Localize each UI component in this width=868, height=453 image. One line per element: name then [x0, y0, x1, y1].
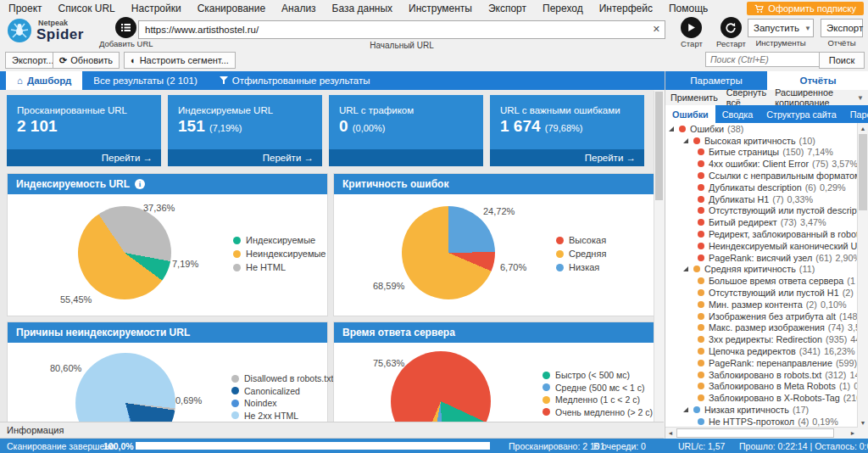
search-input[interactable] — [705, 52, 831, 67]
url-input[interactable] — [138, 20, 665, 39]
error-tree-item[interactable]: Редирект, заблокированный в robots.txt(2… — [665, 228, 858, 240]
apply-button[interactable]: Применить — [670, 92, 718, 103]
expander-icon[interactable] — [669, 126, 674, 131]
severity-dot — [698, 184, 704, 191]
error-tree-item[interactable]: Мин. размер контента(2)0,10% — [665, 299, 858, 310]
scan-state: Сканирование завершено — [7, 441, 114, 451]
menu-item[interactable]: Проект — [8, 3, 42, 14]
error-tree-item[interactable]: Отсутствующий или пустой H1(2)0,10% — [665, 287, 858, 299]
pie-response-time[interactable] — [391, 351, 491, 422]
tab-dashboard[interactable]: ⌂ Дашборд — [6, 71, 82, 90]
scroll-up-icon[interactable]: ▲ — [858, 123, 868, 133]
error-tree-item[interactable]: Отсутствующий или пустой description(5)0… — [665, 205, 858, 217]
subtab-site-structure[interactable]: Структура сайта — [760, 105, 843, 123]
scroll-right-icon[interactable]: ► — [848, 430, 858, 436]
error-tree-item[interactable]: Высокая критичность(10) — [665, 135, 858, 147]
legend-item[interactable]: Быстро (< 500 мс) — [542, 370, 653, 380]
expander-icon[interactable] — [683, 407, 688, 412]
menu-item[interactable]: Интерфейс — [599, 3, 653, 14]
tab-all-results[interactable]: Все результаты (2 101) — [82, 71, 208, 90]
error-tree-item[interactable]: PageRank: висячий узел(61)2,90% — [665, 252, 858, 264]
error-tree-item[interactable]: Дубликаты description(6)0,29% — [665, 182, 858, 193]
error-tree-item[interactable]: Битый редирект(73)3,47% — [665, 216, 858, 228]
error-tree-item[interactable]: Изображения без атрибута alt(148)7,04% — [665, 310, 858, 322]
segment-button[interactable]: ◐Настроить сегмент... — [124, 52, 236, 69]
legend-item[interactable]: Noindex — [231, 398, 333, 408]
severity-dot — [698, 313, 704, 320]
scrollbar-thumb[interactable] — [655, 92, 663, 200]
legend-item[interactable]: Индексируемые — [233, 235, 326, 245]
information-bar[interactable]: Информация — [0, 422, 664, 439]
subtab-errors[interactable]: Ошибки — [665, 105, 715, 123]
pie-indexability[interactable] — [78, 206, 171, 299]
scroll-left-icon[interactable]: ◄ — [665, 430, 676, 436]
error-tree-item[interactable]: Средняя критичность(11) — [665, 264, 858, 276]
error-tree-item[interactable]: Заблокировано в Meta Robots(1)0,05% — [665, 381, 858, 393]
error-tree-item[interactable]: Дубликаты H1(7)0,33% — [665, 193, 858, 205]
pie-error-severity[interactable] — [402, 206, 495, 299]
menu-item[interactable]: Экспорт — [488, 3, 526, 14]
card-go-link[interactable] — [329, 149, 483, 166]
legend-item[interactable]: Медленно (1 с < 2 с) — [542, 394, 653, 405]
dashboard-scrollbar[interactable] — [654, 91, 665, 422]
error-tree-item[interactable]: Не HTTPS-протокол(4)0,19% — [665, 416, 858, 428]
menu-item[interactable]: Настройки — [131, 3, 181, 14]
error-tree-item[interactable]: 4xx ошибки: Client Error(75)3,57% — [665, 158, 858, 170]
tree-vscrollbar[interactable]: ▲ ▼ — [857, 123, 868, 428]
menu-item[interactable]: Список URL — [58, 3, 115, 14]
start-button[interactable]: Старт — [681, 17, 703, 48]
legend-item[interactable]: Низкая — [556, 262, 606, 272]
legend-item[interactable]: Высокая — [556, 235, 606, 245]
error-tree-item[interactable]: Заблокировано в X-Robots-Tag(210)10,00% — [665, 392, 858, 404]
clear-url-icon[interactable]: ✕ — [653, 24, 660, 35]
error-tree-item[interactable]: Низкая критичность(17) — [665, 404, 858, 416]
legend-item[interactable]: Canonicalized — [231, 386, 333, 396]
legend-item[interactable]: Disallowed в robots.txt — [231, 373, 333, 383]
severity-dot — [698, 348, 704, 355]
subtab-summary[interactable]: Сводка — [715, 105, 760, 123]
refresh-button[interactable]: ⟳Обновить — [53, 52, 120, 69]
legend-item[interactable]: Не 2xx HTML — [231, 411, 333, 421]
error-tree-item[interactable]: Неиндексируемый канонический URL(7)0,33% — [665, 240, 858, 252]
legend-item[interactable]: Не HTML — [233, 262, 326, 272]
subscribe-button[interactable]: Оформить подписку — [747, 2, 864, 15]
error-tree-item[interactable]: Ссылки с неправильным форматом URL(2)0,1… — [665, 170, 858, 182]
menu-item[interactable]: Переход — [542, 3, 583, 14]
export-reports-dropdown[interactable]: Экспорт▼ — [821, 19, 863, 37]
scrollbar-thumb[interactable] — [859, 134, 867, 210]
menu-item[interactable]: Сканирование — [198, 3, 265, 14]
pie-nonindexable-reasons[interactable] — [75, 353, 175, 422]
tree-hscrollbar[interactable]: ◄ ► — [665, 427, 858, 439]
card-go-link[interactable]: Перейти → — [168, 149, 322, 166]
legend-item[interactable]: Средняя — [556, 249, 606, 259]
subtab-parsing[interactable]: Парсинг — [843, 105, 868, 123]
legend-item[interactable]: Очень медленно (> 2 с) — [542, 407, 653, 417]
tab-filtered-results[interactable]: Отфильтрованные результаты — [209, 71, 381, 90]
error-tree-item[interactable]: PageRank: перенаправление(599)28,51% — [665, 357, 858, 369]
main-toolbar: Netpeak Spider Добавить URL ✕ Начальный … — [0, 16, 868, 49]
expander-icon[interactable] — [683, 266, 688, 271]
menu-item[interactable]: База данных — [332, 3, 392, 14]
search-button[interactable]: Поиск — [819, 52, 865, 69]
error-tree-item[interactable]: Ошибки(38) — [665, 123, 858, 135]
legend-item[interactable]: Неиндексируемые — [233, 249, 326, 259]
expander-icon[interactable] — [683, 138, 688, 143]
run-tools-dropdown[interactable]: Запустить▼ — [748, 19, 814, 37]
card-go-link[interactable]: Перейти → — [7, 149, 161, 166]
chevron-down-icon[interactable]: ▼ — [857, 94, 864, 102]
card-go-link[interactable]: Перейти → — [490, 149, 644, 166]
menu-item[interactable]: Анализ — [281, 3, 316, 14]
restart-button[interactable]: Рестарт — [716, 17, 746, 48]
legend-item[interactable]: Средне (500 мс < 1 с) — [542, 383, 653, 393]
scroll-down-icon[interactable]: ▼ — [858, 417, 868, 428]
error-tree-item[interactable]: Цепочка редиректов(341)16,23% — [665, 345, 858, 357]
menu-item[interactable]: Инструменты — [409, 3, 472, 14]
scrollbar-thumb[interactable] — [676, 428, 834, 438]
error-tree-item[interactable]: Большое время ответа сервера(1 594)75,87… — [665, 275, 858, 287]
error-tree-item[interactable]: Макс. размер изображения(74)3,52% — [665, 322, 858, 334]
info-icon[interactable]: i — [135, 179, 145, 189]
error-tree-item[interactable]: 3xx редиректы: Redirection(935)44,50% — [665, 333, 858, 345]
menu-item[interactable]: Помощь — [669, 3, 708, 14]
error-tree-item[interactable]: Заблокировано в robots.txt(312)14,85% — [665, 369, 858, 381]
error-tree-item[interactable]: Битые страницы(150)7,14% — [665, 147, 858, 159]
